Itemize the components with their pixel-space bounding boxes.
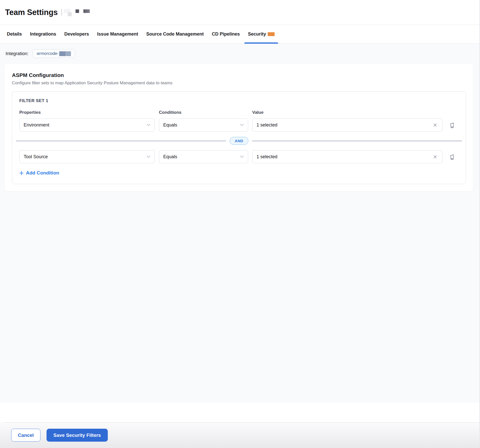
tab-source-code-management[interactable]: Source Code Management	[142, 25, 208, 43]
column-header-properties: Properties	[19, 110, 155, 115]
tab-integrations[interactable]: Integrations	[26, 25, 60, 43]
filter-row-1: Environment Equals 1 selected	[19, 118, 459, 132]
filter-column-headers: Properties Conditions Value	[19, 110, 459, 115]
filter-set-title: FILTER SET 1	[19, 98, 459, 103]
delete-condition-button[interactable]	[446, 151, 458, 162]
add-condition-button[interactable]: Add Condition	[19, 170, 59, 176]
title-divider	[61, 9, 62, 16]
clear-value-icon[interactable]	[432, 154, 438, 160]
joiner-line-left	[16, 141, 226, 141]
footer-divider	[3, 422, 480, 423]
aspm-configuration-card: ASPM Configuration Configure filter sets…	[5, 64, 473, 191]
chevron-down-icon	[147, 124, 151, 126]
titlebar: Team Settings	[0, 0, 480, 25]
redaction-box-dark-wide	[83, 9, 90, 13]
column-header-conditions: Conditions	[159, 110, 248, 115]
value-multiselect-1[interactable]: 1 selected	[252, 118, 442, 132]
property-select-2[interactable]: Tool Source	[19, 150, 155, 163]
plus-icon	[19, 171, 24, 175]
integration-label: Integration:	[6, 51, 28, 56]
redaction-box-dark-small	[76, 9, 79, 13]
integration-row: Integration: armorcode-	[0, 49, 480, 58]
integration-chip[interactable]: armorcode-	[33, 49, 75, 58]
footer-action-bar: Cancel Save Security Filters	[0, 422, 480, 448]
value-multiselect-2[interactable]: 1 selected	[252, 150, 442, 163]
integration-value: armorcode-	[37, 51, 59, 56]
tab-bar: Details Integrations Developers Issue Ma…	[0, 25, 480, 44]
save-security-filters-button[interactable]: Save Security Filters	[47, 429, 108, 442]
chevron-down-icon	[240, 155, 244, 158]
trash-icon	[449, 154, 455, 160]
redaction-box-light	[64, 9, 76, 16]
filter-set-1: FILTER SET 1 Properties Conditions Value…	[12, 91, 466, 184]
trash-icon	[449, 122, 455, 128]
integration-redacted-value	[59, 51, 71, 56]
joiner-line-right	[252, 141, 462, 141]
title-redacted-content	[61, 9, 90, 16]
clear-value-icon[interactable]	[432, 122, 438, 128]
tab-security[interactable]: Security	[244, 25, 279, 43]
aspm-subtitle: Configure filter sets to map Application…	[12, 81, 466, 86]
filter-row-2: Tool Source Equals 1 selected	[19, 150, 459, 163]
cancel-button[interactable]: Cancel	[11, 429, 40, 442]
delete-condition-button[interactable]	[446, 119, 458, 131]
condition-joiner: AND	[16, 137, 462, 145]
and-pill: AND	[230, 137, 248, 145]
tab-developers[interactable]: Developers	[60, 25, 93, 43]
tab-cd-pipelines[interactable]: CD Pipelines	[208, 25, 244, 43]
aspm-title: ASPM Configuration	[12, 72, 466, 78]
tab-details[interactable]: Details	[3, 25, 26, 43]
property-select-1[interactable]: Environment	[19, 118, 155, 132]
column-header-value: Value	[252, 110, 442, 115]
chevron-down-icon	[240, 124, 244, 126]
condition-select-2[interactable]: Equals	[159, 150, 248, 163]
chevron-down-icon	[147, 155, 151, 158]
tab-issue-management[interactable]: Issue Management	[93, 25, 142, 43]
page-title: Team Settings	[5, 8, 58, 17]
condition-select-1[interactable]: Equals	[159, 118, 248, 132]
main-content: Integration: armorcode- ASPM Configurati…	[0, 44, 480, 403]
security-count-badge	[268, 32, 275, 36]
